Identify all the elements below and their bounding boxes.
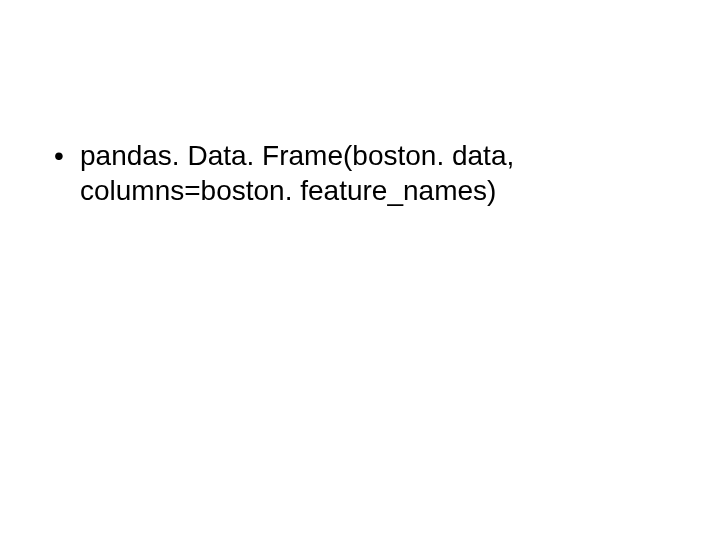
bullet-item: pandas. Data. Frame(boston. data, column… xyxy=(54,138,666,208)
slide: pandas. Data. Frame(boston. data, column… xyxy=(0,0,720,540)
bullet-line-2: columns=boston. feature_names) xyxy=(80,175,496,206)
bullet-line-1: pandas. Data. Frame(boston. data, xyxy=(80,140,514,171)
content-area: pandas. Data. Frame(boston. data, column… xyxy=(54,138,666,208)
bullet-list: pandas. Data. Frame(boston. data, column… xyxy=(54,138,666,208)
